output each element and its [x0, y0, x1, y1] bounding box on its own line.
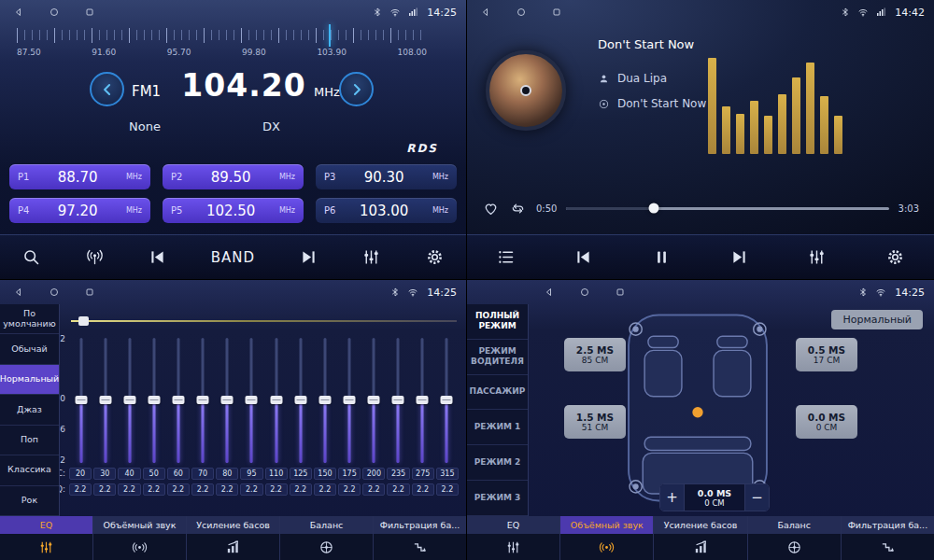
- eq-slider-handle[interactable]: [391, 396, 403, 404]
- prev-station-button[interactable]: [148, 247, 167, 267]
- tab-eq[interactable]: EQ: [0, 516, 93, 560]
- pause-button[interactable]: [652, 247, 672, 267]
- eq-band-slider[interactable]: [191, 338, 215, 463]
- eq-slider-handle[interactable]: [197, 396, 209, 404]
- tab-balance[interactable]: Баланс: [748, 516, 842, 560]
- nav-back-icon[interactable]: [480, 7, 491, 18]
- eq-band-slider[interactable]: [93, 338, 118, 463]
- radio-preset-p1[interactable]: P188.70MHz: [9, 164, 150, 189]
- eq-preset-item[interactable]: Обычай: [0, 334, 59, 364]
- frequency-scale[interactable]: 87.50 91.60 95.70 99.80 103.90 108.00: [17, 28, 427, 63]
- eq-slider-handle[interactable]: [318, 396, 331, 404]
- eq-band-slider[interactable]: [215, 338, 239, 463]
- sound-profile-button[interactable]: Нормальный: [831, 310, 923, 329]
- eq-band-slider[interactable]: [118, 338, 142, 463]
- eq-preset-item[interactable]: Нормальный: [0, 365, 59, 395]
- nav-recents-icon[interactable]: [84, 7, 95, 18]
- eq-slider-handle[interactable]: [343, 396, 355, 404]
- favorite-button[interactable]: [482, 200, 500, 217]
- eq-preset-item[interactable]: Джаз: [0, 395, 59, 425]
- eq-band-slider[interactable]: [289, 338, 313, 463]
- settings-button[interactable]: [425, 247, 445, 267]
- nav-back-icon[interactable]: [13, 7, 24, 18]
- eq-slider-handle[interactable]: [124, 396, 136, 404]
- band-button[interactable]: BAND: [211, 249, 255, 266]
- tab-filter[interactable]: Фильтрация ба...: [842, 516, 934, 560]
- eq-band-slider[interactable]: [69, 338, 93, 463]
- tab-balance[interactable]: Баланс: [280, 516, 374, 560]
- delay-increase-button[interactable]: +: [660, 484, 685, 511]
- nav-recents-icon[interactable]: [615, 287, 626, 298]
- eq-slider-handle[interactable]: [100, 396, 112, 404]
- nav-home-icon[interactable]: [516, 7, 527, 18]
- surround-mode-item[interactable]: РЕЖИМ ВОДИТЕЛЯ: [467, 340, 528, 375]
- delay-decrease-button[interactable]: −: [744, 484, 769, 511]
- radio-preset-p6[interactable]: P6103.00MHz: [316, 198, 457, 223]
- eq-band-slider[interactable]: [166, 338, 191, 463]
- eq-slider-handle[interactable]: [367, 396, 379, 404]
- surround-mode-item[interactable]: РЕЖИМ 1: [467, 410, 528, 445]
- surround-mode-item[interactable]: РЕЖИМ 3: [467, 481, 528, 516]
- eq-band-slider[interactable]: [386, 338, 410, 463]
- next-track-button[interactable]: [729, 247, 749, 267]
- eq-preset-item[interactable]: По умолчанию: [0, 304, 59, 334]
- eq-slider-handle[interactable]: [246, 396, 258, 404]
- eq-settings-button[interactable]: [807, 247, 827, 267]
- rear-left-delay-button[interactable]: 1.5 MS 51 CM: [564, 405, 626, 439]
- eq-slider-handle[interactable]: [149, 396, 161, 404]
- broadcast-scan-button[interactable]: [85, 247, 105, 267]
- tab-eq[interactable]: EQ: [467, 516, 560, 560]
- nav-recents-icon[interactable]: [551, 7, 562, 18]
- eq-preset-item[interactable]: Рок: [0, 486, 59, 516]
- surround-mode-item[interactable]: ПАССАЖИР: [467, 375, 528, 411]
- tab-filter[interactable]: Фильтрация ба...: [374, 516, 466, 560]
- eq-slider-handle[interactable]: [270, 396, 282, 404]
- tune-down-button[interactable]: [90, 72, 124, 106]
- nav-home-icon[interactable]: [49, 7, 60, 18]
- tab-surround-sound[interactable]: Объёмный звук: [560, 516, 654, 560]
- seek-bar[interactable]: [566, 207, 888, 210]
- master-slider[interactable]: [71, 315, 457, 327]
- tune-up-button[interactable]: [339, 72, 374, 106]
- tab-bass-boost[interactable]: Усиление басов: [654, 516, 747, 560]
- eq-band-slider[interactable]: [337, 338, 361, 463]
- eq-band-slider[interactable]: [264, 338, 289, 463]
- nav-recents-icon[interactable]: [84, 287, 95, 298]
- radio-preset-p3[interactable]: P390.30MHz: [316, 164, 457, 189]
- eq-slider-handle[interactable]: [440, 396, 452, 404]
- surround-mode-item[interactable]: РЕЖИМ 2: [467, 445, 528, 481]
- nav-back-icon[interactable]: [13, 287, 24, 298]
- eq-band-slider[interactable]: [361, 338, 386, 463]
- tab-surround-sound[interactable]: Объёмный звук: [93, 516, 187, 560]
- eq-band-slider[interactable]: [434, 338, 459, 463]
- master-slider-handle[interactable]: [78, 316, 89, 326]
- nav-home-icon[interactable]: [49, 287, 60, 298]
- tab-bass-boost[interactable]: Усиление басов: [187, 516, 280, 560]
- eq-band-slider[interactable]: [410, 338, 434, 463]
- rear-right-delay-button[interactable]: 0.0 MS 0 CM: [796, 405, 857, 439]
- radio-preset-p4[interactable]: P497.20MHz: [9, 198, 150, 223]
- radio-preset-p5[interactable]: P5102.50MHz: [163, 198, 304, 223]
- eq-band-slider[interactable]: [313, 338, 337, 463]
- front-left-delay-button[interactable]: 2.5 MS 85 CM: [564, 338, 626, 371]
- eq-slider-handle[interactable]: [416, 396, 428, 404]
- playlist-button[interactable]: [496, 247, 516, 267]
- eq-band-slider[interactable]: [142, 338, 166, 463]
- eq-preset-item[interactable]: Классика: [0, 455, 59, 485]
- eq-preset-item[interactable]: Поп: [0, 426, 59, 455]
- prev-track-button[interactable]: [573, 247, 593, 267]
- seek-knob[interactable]: [648, 203, 658, 214]
- front-right-delay-button[interactable]: 0.5 MS 17 CM: [796, 338, 857, 371]
- repeat-button[interactable]: [509, 200, 527, 217]
- eq-slider-handle[interactable]: [76, 396, 88, 404]
- eq-slider-handle[interactable]: [221, 396, 234, 404]
- next-station-button[interactable]: [299, 247, 318, 267]
- nav-home-icon[interactable]: [579, 287, 590, 298]
- eq-slider-handle[interactable]: [294, 396, 306, 404]
- eq-band-slider[interactable]: [239, 338, 263, 463]
- radio-preset-p2[interactable]: P289.50MHz: [163, 164, 304, 189]
- eq-settings-button[interactable]: [361, 247, 381, 267]
- settings-button[interactable]: [885, 247, 905, 267]
- surround-mode-item[interactable]: ПОЛНЫЙ РЕЖИМ: [467, 304, 528, 340]
- search-button[interactable]: [21, 247, 41, 267]
